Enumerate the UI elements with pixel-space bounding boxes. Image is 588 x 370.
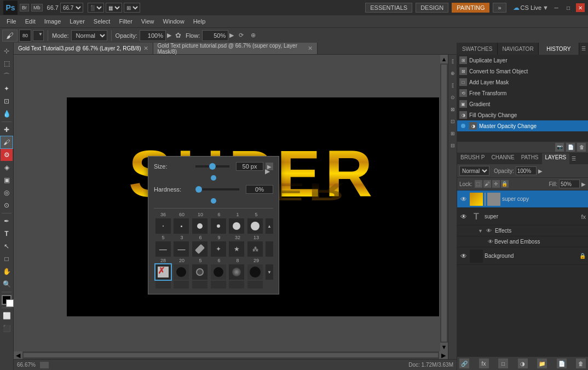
- opacity-input[interactable]: [140, 30, 166, 41]
- opacity-arrow[interactable]: ▶: [167, 32, 171, 39]
- side-btn-1[interactable]: ⟦: [449, 56, 457, 67]
- brush-scroll-down[interactable]: ▼: [266, 264, 273, 280]
- layer-new-btn[interactable]: 📄: [557, 359, 567, 368]
- layers-tab[interactable]: LAYERS: [542, 153, 570, 164]
- paths-tab[interactable]: PATHS: [518, 153, 542, 164]
- layer-vis-bg[interactable]: 👁: [459, 252, 468, 261]
- side-btn-7[interactable]: ⊞: [449, 128, 457, 139]
- lock-image-btn[interactable]: 🖌: [483, 180, 491, 188]
- menu-select[interactable]: Select: [89, 17, 115, 26]
- layer-link-btn[interactable]: 🔗: [459, 359, 469, 368]
- cs-live-arrow[interactable]: ▼: [543, 4, 549, 11]
- path-select-tool[interactable]: ↖: [1, 240, 13, 252]
- brush-cell-15[interactable]: [192, 264, 207, 280]
- blend-mode-select[interactable]: Normal: [71, 30, 107, 41]
- layer-trash-btn[interactable]: 🗑: [576, 359, 586, 368]
- brush-cell-5[interactable]: [229, 218, 244, 234]
- brush-cell-11[interactable]: ★: [229, 241, 244, 257]
- fill-input[interactable]: [559, 180, 580, 188]
- blur-tool[interactable]: ◎: [1, 187, 13, 199]
- scroll-up-btn[interactable]: ▲: [440, 55, 448, 63]
- layers-blend-mode[interactable]: Normal: [459, 166, 489, 176]
- vertical-scrollbar[interactable]: ▲ ▼: [440, 55, 448, 351]
- side-btn-2[interactable]: ⊕: [449, 68, 457, 79]
- fill-arrow[interactable]: ▶: [581, 181, 586, 187]
- hardness-slider-thumb[interactable]: [195, 186, 202, 193]
- scroll-left-btn[interactable]: ◀: [14, 351, 22, 359]
- history-item-3[interactable]: □ Add Layer Mask: [457, 77, 588, 88]
- lock-transparent-btn[interactable]: ⬚: [475, 180, 482, 188]
- side-btn-4[interactable]: ⊙: [449, 92, 457, 103]
- layers-panel-menu[interactable]: ☰: [569, 153, 578, 164]
- quick-mask-btn[interactable]: ⬜: [1, 310, 13, 322]
- flow-arrow[interactable]: ▶: [229, 32, 234, 39]
- effects-collapse-arrow[interactable]: ▼: [478, 228, 483, 234]
- maximize-btn[interactable]: □: [564, 3, 573, 12]
- menu-layer[interactable]: Layer: [65, 17, 89, 26]
- lasso-tool[interactable]: ⌒: [1, 70, 13, 82]
- layer-folder-btn[interactable]: 📁: [537, 359, 547, 368]
- tablet-pressure-btn[interactable]: ⟳: [236, 31, 246, 41]
- hardness-slider[interactable]: [195, 188, 239, 190]
- menu-edit[interactable]: Edit: [21, 17, 40, 26]
- cs-live-btn[interactable]: CS Live: [521, 4, 542, 11]
- brush-cell-16[interactable]: [211, 264, 226, 280]
- side-btn-6[interactable]: ⊡: [449, 116, 457, 127]
- history-delete[interactable]: 🗑: [577, 143, 586, 152]
- eyedropper-tool[interactable]: 💧: [1, 108, 13, 120]
- zoom-icon[interactable]: [40, 362, 49, 368]
- layer-adjustment-btn[interactable]: ◑: [518, 359, 528, 368]
- stamp-tool[interactable]: ⚙: [1, 149, 13, 161]
- menu-window[interactable]: Window: [159, 17, 189, 26]
- channels-tab[interactable]: CHANNE: [488, 153, 517, 164]
- arrange-select[interactable]: ⊞: [124, 3, 140, 13]
- history-new-doc[interactable]: 📄: [566, 143, 575, 152]
- menu-filter[interactable]: Filter: [114, 17, 136, 26]
- crop-tool[interactable]: ⊡: [1, 95, 13, 107]
- opacity-layers-input[interactable]: [516, 166, 537, 175]
- zoom-tool[interactable]: 🔍: [1, 278, 13, 290]
- layer-fx-btn[interactable]: fx: [479, 359, 489, 368]
- brush-cell-14[interactable]: [174, 264, 189, 280]
- brush-preset-picker[interactable]: 🖌: [2, 30, 18, 42]
- layout-select[interactable]: ▦: [106, 3, 122, 13]
- scroll-right-btn[interactable]: ▶: [439, 351, 448, 359]
- brush-size-select[interactable]: [33, 30, 44, 41]
- brush-cell-18[interactable]: [247, 264, 263, 280]
- tab-2-close[interactable]: ✕: [308, 45, 313, 52]
- size-slider-thumb[interactable]: [209, 163, 216, 170]
- canvas-content[interactable]: SUPER SUPER ▶ Size: 50: [14, 55, 448, 359]
- side-btn-5[interactable]: ⊠: [449, 104, 457, 115]
- menu-file[interactable]: File: [2, 17, 21, 26]
- brush-cell-1[interactable]: [155, 218, 171, 234]
- history-item-7[interactable]: ◑ Master Opacity Change: [457, 120, 588, 131]
- spot-healing-tool[interactable]: ✚: [1, 124, 13, 136]
- flow-input[interactable]: [202, 30, 228, 41]
- brush-cell-2[interactable]: [174, 218, 189, 234]
- history-item-4[interactable]: ⟲ Free Transform: [457, 88, 588, 99]
- zoom-select[interactable]: 66.7: [60, 3, 83, 13]
- move-tool[interactable]: ⊹: [1, 45, 13, 57]
- brush-cell-13[interactable]: ✗: [155, 264, 171, 280]
- pen-tool[interactable]: ✒: [1, 215, 13, 227]
- menu-help[interactable]: Help: [189, 17, 210, 26]
- horizontal-scrollbar[interactable]: ◀ ▶: [14, 351, 448, 359]
- size-slider[interactable]: [195, 165, 229, 167]
- brush-picker-close-btn[interactable]: ▶: [265, 167, 270, 175]
- gradient-tool[interactable]: ▣: [1, 174, 13, 186]
- more-workspaces-btn[interactable]: »: [493, 3, 506, 13]
- opacity-layers-arrow[interactable]: ▶: [538, 168, 543, 174]
- tab-2[interactable]: Gold Text picture tutorial.psd @ 66.7% (…: [153, 43, 318, 54]
- top-panel-menu[interactable]: ☰: [579, 43, 588, 55]
- scroll-thumb-v[interactable]: [441, 65, 447, 342]
- brush-presets-tab[interactable]: BRUSH P: [457, 153, 488, 164]
- brush-cell-10[interactable]: ✦: [211, 241, 226, 257]
- brush-cell-4[interactable]: [211, 218, 226, 234]
- close-btn[interactable]: ✕: [576, 3, 585, 12]
- brush-cell-9[interactable]: [192, 241, 207, 257]
- bevel-eye[interactable]: 👁: [487, 238, 494, 246]
- brush-cell-17[interactable]: [229, 264, 244, 280]
- minimize-btn[interactable]: ─: [552, 3, 561, 12]
- side-btn-8[interactable]: ⊟: [449, 140, 457, 151]
- brush-scroll-up[interactable]: ▲: [266, 218, 273, 234]
